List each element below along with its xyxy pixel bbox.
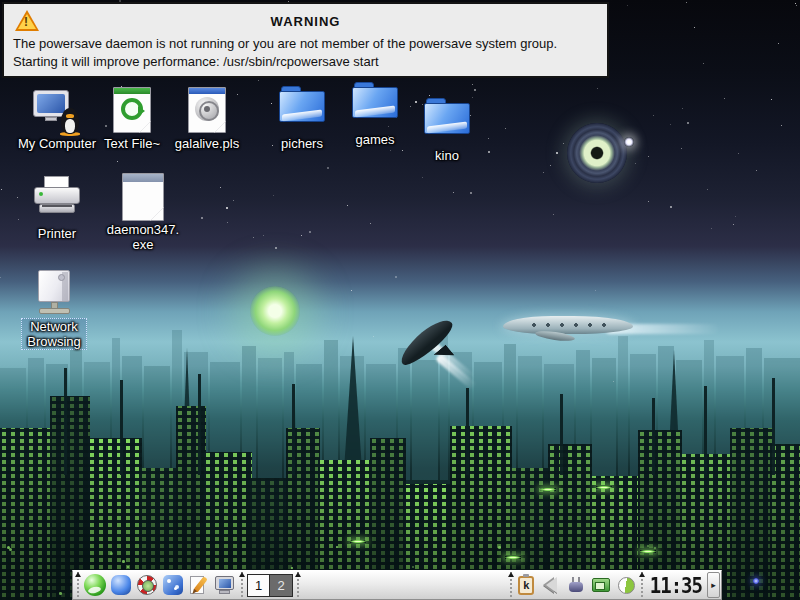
icon-label: My Computer [18,136,96,151]
taskbar-panel: 1 2 k 11:35 ▸ [72,570,722,600]
klipper-tray-button[interactable]: k [515,573,538,597]
empty-taskbar-area [302,571,507,599]
desktop-icon-network-browsing[interactable]: Network Browsing [12,268,96,350]
icon-label: pichers [281,136,323,151]
folder-icon [278,86,326,134]
display-settings-button[interactable] [212,572,238,598]
display-settings-icon [214,575,236,595]
my-computer-icon [33,86,81,134]
desktop-pager: 1 2 [247,574,293,597]
desktop-icon-galalive-pls[interactable]: galalive.pls [165,86,249,152]
icon-label: galalive.pls [175,136,239,151]
suse-menu-icon [84,574,106,596]
desktop-share-button[interactable] [160,572,186,598]
text-file-icon [108,86,156,134]
dialog-title: WARNING [4,14,607,29]
office-writer-icon [189,575,209,595]
warning-dialog[interactable]: WARNING The powersave daemon is not runn… [2,2,609,78]
power-tray-button[interactable] [565,573,588,597]
panel-scroll-arrow[interactable]: ▸ [707,572,720,598]
desktop-icon-daemon347-exe[interactable]: daemon347.exe [101,172,185,253]
desktop-icon-my-computer[interactable]: My Computer [15,86,99,152]
power-plug-icon [568,577,584,593]
pager-desktop-2[interactable]: 2 [270,574,293,597]
icon-label: daemon347.exe [104,222,182,252]
desktop-icon-printer[interactable]: Printer [15,176,99,242]
dialog-message-line1: The powersave daemon is not running or y… [13,36,557,51]
executable-file-icon [119,172,167,220]
klipper-icon: k [518,576,534,595]
dialog-message-line2: Starting it will improve performance: /u… [13,54,379,69]
suse-menu-button[interactable] [82,572,108,598]
volume-tray-button[interactable] [540,573,563,597]
applet-handle[interactable] [638,572,646,598]
icon-label: Network Browsing [21,318,87,350]
help-button[interactable] [134,572,160,598]
desktop-share-icon [163,575,183,595]
applet-handle[interactable] [238,572,246,598]
applet-handle[interactable] [507,572,515,598]
network-tray-button[interactable] [590,573,613,597]
desktop-root: My Computer Text File~ galalive.pls pich… [0,0,800,600]
system-tray: k [515,573,638,597]
applet-handle[interactable] [294,572,302,598]
network-manager-icon [592,578,610,592]
software-updater-icon [618,577,635,594]
icon-label: Text File~ [104,136,160,151]
icon-label: Printer [38,226,76,241]
desktop-icon-text-file[interactable]: Text File~ [90,86,174,152]
printer-icon [33,176,81,224]
desktop-icon-kino[interactable]: kino [405,92,489,164]
network-browsing-icon [30,268,78,316]
updater-tray-button[interactable] [615,573,638,597]
home-folder-button[interactable] [108,572,134,598]
volume-icon [546,577,557,593]
folder-icon [351,82,399,130]
playlist-file-icon [183,86,231,134]
pager-desktop-1[interactable]: 1 [247,574,270,597]
desktop-icon-pichers[interactable]: pichers [260,80,344,152]
home-folder-icon [111,575,131,595]
applet-handle[interactable] [74,572,82,598]
help-lifesaver-icon [137,575,157,595]
office-writer-button[interactable] [186,572,212,598]
icon-label: games [355,132,394,147]
digital-clock[interactable]: 11:35 [646,573,706,598]
folder-icon [423,98,471,146]
icon-label: kino [435,148,459,163]
